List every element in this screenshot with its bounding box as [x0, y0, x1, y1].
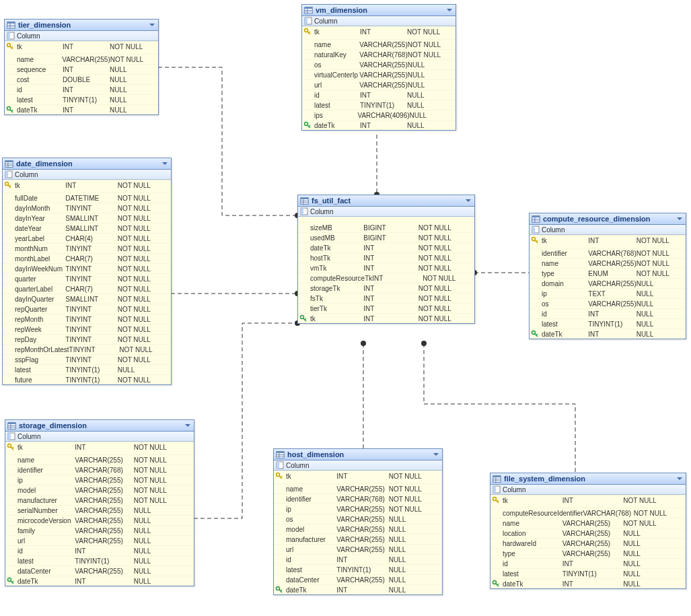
column-row[interactable]: latestTINYINT(1)NULL: [530, 318, 686, 329]
column-row[interactable]: repQuarterTINYINTNOT NULL: [3, 304, 171, 314]
column-subheader[interactable]: Column: [302, 16, 456, 26]
collapse-icon[interactable]: [464, 197, 472, 205]
column-row[interactable]: dateTkINTNULL: [274, 584, 442, 594]
table-storage_dimension[interactable]: storage_dimensionColumntkINTNOT NULLname…: [5, 419, 194, 586]
collapse-icon[interactable]: [161, 160, 169, 168]
column-row[interactable]: nameVARCHAR(255)NOT NULL: [302, 39, 456, 49]
column-row[interactable]: computeResourceIdentifierVARCHAR(768)NOT…: [490, 508, 686, 518]
column-row[interactable]: computeResourceTkINTNOT NULL: [298, 273, 474, 283]
column-row[interactable]: storageTkINTNOT NULL: [298, 283, 474, 293]
table-header[interactable]: vm_dimension: [302, 5, 456, 16]
column-row[interactable]: tkINTNOT NULL: [3, 180, 171, 190]
column-row[interactable]: fsTkINTNOT NULL: [298, 293, 474, 303]
table-header[interactable]: fs_util_fact: [298, 195, 474, 207]
column-row[interactable]: urlVARCHAR(255)NULL: [5, 535, 194, 545]
column-row[interactable]: nameVARCHAR(255)NOT NULL: [274, 483, 442, 493]
column-subheader[interactable]: Column: [298, 207, 474, 217]
column-row[interactable]: dateTkINTNULL: [490, 578, 686, 588]
column-row[interactable]: idINTNULL: [302, 90, 456, 100]
column-row[interactable]: osVARCHAR(255)NULL: [302, 59, 456, 69]
table-header[interactable]: compute_resource_dimension: [530, 213, 686, 225]
column-row[interactable]: dateTkINTNULL: [302, 120, 456, 130]
column-row[interactable]: modelVARCHAR(255)NOT NULL: [5, 485, 194, 495]
column-row[interactable]: latestTINYINT(1)NULL: [490, 568, 686, 578]
column-row[interactable]: urlVARCHAR(255)NULL: [302, 79, 456, 90]
column-row[interactable]: quarterTINYINTNOT NULL: [3, 273, 171, 283]
column-row[interactable]: tkINTNOT NULL: [298, 313, 474, 323]
column-row[interactable]: nameVARCHAR(255)NOT NULL: [530, 258, 686, 268]
table-tier_dimension[interactable]: tier_dimensionColumntkINTNOT NULLnameVAR…: [4, 19, 159, 115]
column-row[interactable]: dataCenterVARCHAR(255)NULL: [5, 566, 194, 576]
column-row[interactable]: sequenceINTNULL: [5, 64, 158, 74]
column-row[interactable]: urlVARCHAR(255)NULL: [274, 544, 442, 554]
column-row[interactable]: sizeMBBIGINTNOT NULL: [298, 222, 474, 232]
column-row[interactable]: dayInWeekNumTINYINTNOT NULL: [3, 263, 171, 273]
table-fs_util_fact[interactable]: fs_util_factColumnsizeMBBIGINTNOT NULLus…: [297, 195, 475, 324]
column-row[interactable]: usedMBBIGINTNOT NULL: [298, 232, 474, 242]
column-row[interactable]: latestTINYINT(1)NULL: [274, 564, 442, 574]
collapse-icon[interactable]: [148, 21, 156, 29]
collapse-icon[interactable]: [445, 6, 453, 14]
column-row[interactable]: typeVARCHAR(255)NULL: [490, 548, 686, 558]
column-row[interactable]: naturalKeyVARCHAR(768)NOT NULL: [302, 49, 456, 59]
column-row[interactable]: tkINTNOT NULL: [302, 26, 456, 36]
table-compute_resource_dimension[interactable]: compute_resource_dimensionColumntkINTNOT…: [529, 213, 686, 339]
column-row[interactable]: modelVARCHAR(255)NULL: [274, 524, 442, 534]
column-row[interactable]: tkINTNOT NULL: [490, 495, 686, 505]
column-row[interactable]: tierTkINTNOT NULL: [298, 303, 474, 313]
collapse-icon[interactable]: [432, 450, 440, 458]
table-header[interactable]: tier_dimension: [5, 20, 158, 31]
column-row[interactable]: quarterLabelCHAR(7)NOT NULL: [3, 283, 171, 294]
table-host_dimension[interactable]: host_dimensionColumntkINTNOT NULLnameVAR…: [273, 448, 443, 595]
column-row[interactable]: yearLabelCHAR(4)NOT NULL: [3, 233, 171, 243]
column-row[interactable]: repMonthTINYINTNOT NULL: [3, 314, 171, 324]
table-header[interactable]: storage_dimension: [5, 420, 194, 432]
column-row[interactable]: fullDateDATETIMENOT NULL: [3, 193, 171, 203]
column-row[interactable]: dayInQuarterSMALLINTNOT NULL: [3, 294, 171, 304]
column-row[interactable]: futureTINYINT(1)NOT NULL: [3, 374, 171, 384]
column-row[interactable]: osVARCHAR(255)NULL: [530, 298, 686, 308]
column-row[interactable]: dayInYearSMALLINTNOT NULL: [3, 213, 171, 223]
column-row[interactable]: repDayTINYINTNOT NULL: [3, 334, 171, 344]
column-row[interactable]: repWeekTINYINTNOT NULL: [3, 324, 171, 334]
column-subheader[interactable]: Column: [490, 485, 686, 495]
column-row[interactable]: costDOUBLENULL: [5, 74, 158, 84]
column-row[interactable]: domainVARCHAR(255)NULL: [530, 278, 686, 288]
column-row[interactable]: microcodeVersionVARCHAR(255)NULL: [5, 515, 194, 525]
column-row[interactable]: latestTINYINT(1)NULL: [302, 100, 456, 110]
table-vm_dimension[interactable]: vm_dimensionColumntkINTNOT NULLnameVARCH…: [301, 4, 456, 131]
column-row[interactable]: monthNumTINYINTNOT NULL: [3, 243, 171, 253]
column-subheader[interactable]: Column: [530, 225, 686, 235]
column-row[interactable]: latestTINYINT(1)NULL: [5, 94, 158, 104]
column-row[interactable]: idINTNULL: [530, 308, 686, 318]
column-row[interactable]: dateYearSMALLINTNOT NULL: [3, 223, 171, 233]
column-row[interactable]: ipVARCHAR(255)NOT NULL: [274, 504, 442, 514]
table-header[interactable]: host_dimension: [274, 449, 442, 460]
column-row[interactable]: identifierVARCHAR(768)NOT NULL: [530, 248, 686, 258]
column-row[interactable]: ipsVARCHAR(4096)NULL: [302, 110, 456, 120]
column-row[interactable]: osVARCHAR(255)NULL: [274, 514, 442, 524]
column-row[interactable]: ipTEXTNULL: [530, 288, 686, 298]
column-row[interactable]: dateTkINTNULL: [530, 329, 686, 339]
column-subheader[interactable]: Column: [274, 460, 442, 471]
column-row[interactable]: tkINTNOT NULL: [274, 471, 442, 481]
column-row[interactable]: serialNumberVARCHAR(255)NULL: [5, 505, 194, 515]
column-row[interactable]: tkINTNOT NULL: [5, 442, 194, 452]
column-row[interactable]: vmTkINTNOT NULL: [298, 263, 474, 273]
column-row[interactable]: repMonthOrLatestTINYINTNOT NULL: [3, 344, 171, 354]
column-subheader[interactable]: Column: [5, 432, 194, 442]
column-row[interactable]: virtualCenterIpVARCHAR(255)NULL: [302, 69, 456, 79]
column-row[interactable]: nameVARCHAR(255)NOT NULL: [5, 454, 194, 465]
column-row[interactable]: tkINTNOT NULL: [5, 41, 158, 51]
column-row[interactable]: identifierVARCHAR(768)NOT NULL: [274, 493, 442, 504]
column-row[interactable]: ipVARCHAR(255)NOT NULL: [5, 475, 194, 485]
column-row[interactable]: hardwareIdVARCHAR(255)NULL: [490, 538, 686, 548]
column-row[interactable]: latestTINYINT(1)NULL: [3, 364, 171, 374]
column-row[interactable]: nameVARCHAR(255)NOT NULL: [5, 54, 158, 64]
column-row[interactable]: latestTINYINT(1)NULL: [5, 555, 194, 566]
column-row[interactable]: idINTNULL: [490, 558, 686, 568]
column-row[interactable]: manufacturerVARCHAR(255)NOT NULL: [5, 495, 194, 505]
column-row[interactable]: locationVARCHAR(255)NULL: [490, 528, 686, 538]
column-row[interactable]: idINTNULL: [5, 84, 158, 94]
table-header[interactable]: date_dimension: [3, 158, 171, 170]
